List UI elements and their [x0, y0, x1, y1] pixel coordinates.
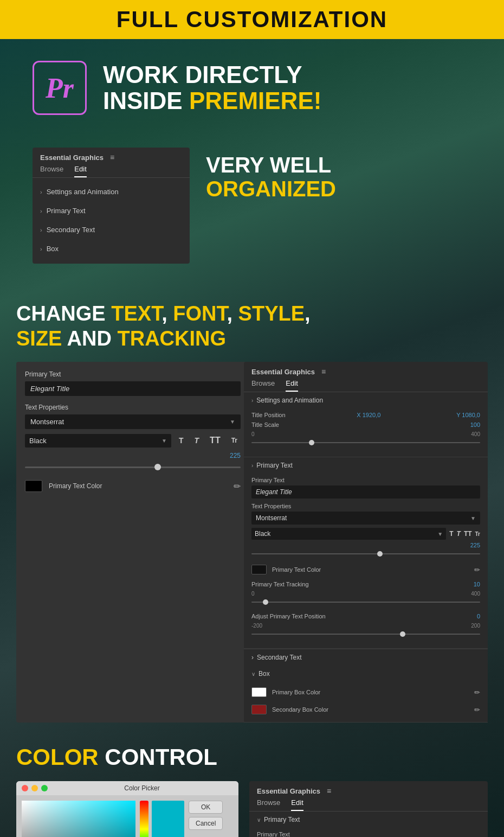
left-color-label: Primary Text Color [49, 482, 227, 490]
rp-primary-arrow: › [251, 463, 253, 469]
cp-cancel-button[interactable]: Cancel [189, 817, 223, 830]
crp-tab-edit[interactable]: Edit [291, 798, 303, 811]
change-heading: CHANGE TEXT, FONT, STYLE, SIZE AND TRACK… [16, 302, 488, 351]
rp-box-header[interactable]: ∨ Box [244, 666, 488, 682]
rp-tab-edit[interactable]: Edit [286, 379, 298, 392]
rp-primary-box-eyedropper[interactable]: ✏ [474, 688, 480, 697]
left-btn-smallcaps[interactable]: Tr [228, 435, 241, 446]
rp-scale-max: 400 [471, 431, 480, 437]
left-field-label: Primary Text [25, 370, 241, 378]
rp-secondary-box-swatch[interactable] [251, 705, 267, 714]
left-font-name: Montserrat [30, 418, 64, 426]
rp-tracking-slider-thumb[interactable] [377, 551, 383, 557]
rp-scale-slider-thumb[interactable] [309, 440, 314, 445]
left-style-select[interactable]: Black ▼ [25, 434, 171, 448]
rp-scale-slider-track [251, 442, 480, 443]
rp-primary-box-swatch[interactable] [251, 687, 267, 697]
rp-eyedropper-icon[interactable]: ✏ [474, 566, 480, 574]
ch-line2-white: AND [62, 327, 117, 350]
rp-tracking-max: 400 [471, 591, 480, 597]
rp-secondary-label: Secondary Text [257, 654, 302, 661]
rp-primary-box-label: Primary Box Color [272, 689, 469, 695]
eg-item-secondary[interactable]: › Secondary Text [33, 220, 190, 239]
rp-tracking-value: 225 [251, 542, 480, 548]
cp-close-dot[interactable] [22, 785, 28, 791]
rp-primary-box-color-row: Primary Box Color ✏ [251, 685, 480, 699]
rp-btn-smallcaps[interactable]: Tr [475, 531, 480, 537]
rp-scale-label: Title Scale [251, 421, 279, 428]
banner: FULL CUSTOMIZATION [0, 0, 504, 39]
color-section: COLOR CONTROL Color Picker [0, 728, 504, 837]
left-btn-italic[interactable]: T [191, 434, 203, 447]
eg-item-box-label: Box [47, 245, 59, 253]
crp-tab-browse[interactable]: Browse [257, 798, 280, 811]
color-area: Color Picker [16, 781, 488, 837]
left-font-dropdown-arrow: ▼ [230, 419, 235, 425]
rp-font-row[interactable]: Montserrat ▼ [251, 512, 480, 525]
crp-primary-arrow: ∨ [257, 817, 261, 823]
left-font-select[interactable]: Montserrat ▼ [25, 414, 241, 429]
rp-title-position-row: Title Position X 1920,0 Y 1080,0 [251, 412, 480, 418]
rp-primary-text-input[interactable]: Elegant Title [251, 485, 480, 499]
rp-tracking-slider[interactable] [251, 550, 480, 558]
eg-tab-browse[interactable]: Browse [40, 165, 63, 177]
rp-primary-header[interactable]: › Primary Text [244, 457, 488, 474]
eg-menu-icon[interactable]: ≡ [110, 153, 114, 162]
rp-tracking-min: 0 [251, 591, 255, 597]
rp-btn-allcaps[interactable]: TT [464, 530, 472, 538]
rp-tracking-slider2[interactable] [251, 598, 480, 606]
cp-preview-new [152, 801, 184, 837]
rp-btn-bold[interactable]: T [449, 530, 453, 538]
rp-primary-content: Primary Text Elegant Title Text Properti… [244, 474, 488, 648]
left-props-label: Text Properties [25, 404, 241, 411]
rp-primary-section: › Primary Text Primary Text Elegant Titl… [244, 457, 488, 649]
rp-menu-icon[interactable]: ≡ [321, 367, 326, 376]
organized-line1: VERY WELL [206, 153, 336, 177]
rp-secondary-box-eyedropper[interactable]: ✏ [474, 706, 480, 714]
cp-gradient [22, 801, 135, 837]
cp-hue-slider[interactable] [140, 801, 148, 837]
ch-yellow3: STYLE [238, 302, 305, 325]
left-text-input[interactable]: Elegant Title [25, 381, 241, 396]
rp-tracking-slider2-thumb[interactable] [263, 599, 268, 605]
left-color-row: Primary Text Color ✏ [25, 480, 241, 492]
rp-primary-label: Primary Text [256, 462, 292, 469]
organized-text: VERY WELL ORGANIZED [206, 148, 336, 201]
rp-tabs: Browse Edit [244, 379, 488, 392]
hero-text: WORK DIRECTLY INSIDE PREMIERE! [103, 62, 321, 114]
rp-scale-slider[interactable] [251, 438, 480, 447]
left-slider[interactable] [25, 462, 241, 472]
rp-adjust-slider[interactable] [251, 630, 480, 638]
cp-minimize-dot[interactable] [31, 785, 38, 791]
rp-settings-section: › Settings and Animation Title Position … [244, 392, 488, 457]
rp-adjust-row: Adjust Primary Text Position 0 [251, 613, 480, 619]
rp-tab-browse[interactable]: Browse [251, 379, 275, 392]
cp-ok-button[interactable]: OK [189, 801, 223, 814]
left-tracking-value: 225 [230, 452, 241, 459]
left-eyedropper-icon[interactable]: ✏ [234, 481, 241, 491]
ch-yellow2: FONT [173, 302, 227, 325]
rp-style-select[interactable]: Black ▼ [251, 528, 446, 540]
left-color-swatch[interactable] [25, 480, 42, 492]
left-slider-thumb[interactable] [154, 464, 161, 470]
left-btn-bold[interactable]: T [176, 434, 187, 447]
rp-btn-italic[interactable]: T [457, 530, 461, 538]
crp-menu-icon[interactable]: ≡ [327, 787, 331, 795]
rp-font-name: Montserrat [256, 514, 287, 522]
rp-color-swatch[interactable] [251, 565, 267, 574]
eg-item-primary[interactable]: › Primary Text [33, 201, 190, 220]
rp-title: Essential Graphics [251, 368, 315, 376]
crp-tabs: Browse Edit [249, 798, 488, 812]
rp-adjust-label: Adjust Primary Text Position [251, 613, 326, 619]
cp-gradient-area[interactable] [22, 801, 135, 837]
cp-maximize-dot[interactable] [41, 785, 48, 791]
eg-item-box[interactable]: › Box [33, 239, 190, 258]
rp-adjust-slider-thumb[interactable] [400, 631, 405, 637]
hero-section: Pr WORK DIRECTLY INSIDE PREMIERE! [0, 39, 504, 137]
eg-item-settings[interactable]: › Settings and Animation [33, 182, 190, 201]
crp-primary-header[interactable]: ∨ Primary Text [249, 812, 488, 828]
eg-tab-edit[interactable]: Edit [74, 165, 86, 177]
left-btn-allcaps[interactable]: TT [206, 433, 224, 448]
rp-settings-header[interactable]: › Settings and Animation [244, 392, 488, 408]
rp-secondary-section[interactable]: › Secondary Text [244, 649, 488, 666]
